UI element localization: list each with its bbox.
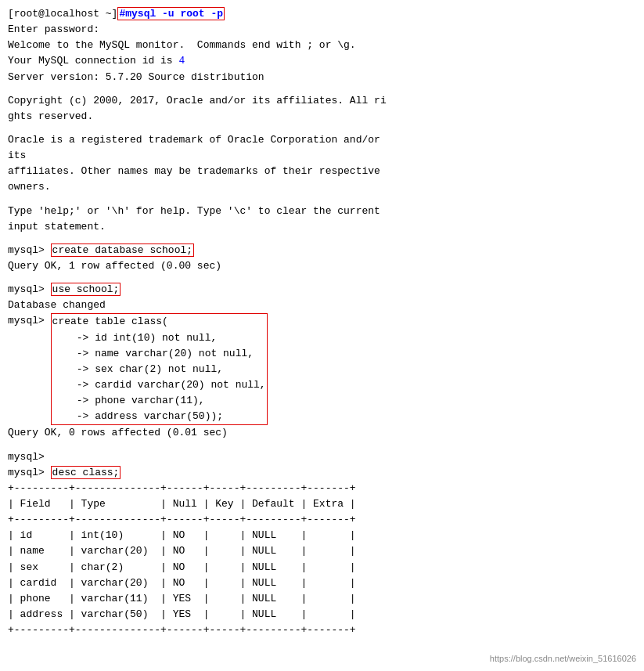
cmd3-box: create table class( -> id int(10) not nu… bbox=[51, 313, 268, 425]
copyright-line1: Copyright (c) 2000, 2017, Oracle and/or … bbox=[8, 93, 636, 109]
help-line2: input statement. bbox=[8, 219, 636, 235]
mysql-login-cmd: #mysql -u root -p bbox=[117, 7, 225, 20]
cmd2-result: Database changed bbox=[8, 298, 636, 313]
cmd5-box: desc class; bbox=[51, 466, 121, 479]
server-version-line: Server version: 5.7.20 Source distributi… bbox=[8, 70, 636, 85]
cmd3-result: Query OK, 0 rows affected (0.01 sec) bbox=[8, 425, 636, 441]
empty-prompt: mysql> bbox=[8, 449, 636, 465]
cmd1-line: mysql> create database school; bbox=[8, 243, 636, 258]
table-row-address: | address | varchar(50) | YES | | NULL |… bbox=[8, 607, 636, 622]
table-row-name: | name | varchar(20) | NO | | NULL | | bbox=[8, 543, 636, 559]
root-prompt-line: [root@localhost ~]#mysql -u root -p bbox=[8, 6, 636, 22]
table-row-phone: | phone | varchar(11) | YES | | NULL | | bbox=[8, 591, 636, 607]
cmd1-result: Query OK, 1 row affected (0.00 sec) bbox=[8, 258, 636, 274]
oracle-tm-line4: owners. bbox=[8, 179, 636, 195]
table-border-bottom: +---------+--------------+------+-----+-… bbox=[8, 622, 636, 638]
oracle-tm-line2: its bbox=[8, 148, 636, 164]
cmd3-block: mysql> create table class( -> id int(10)… bbox=[8, 313, 636, 425]
copyright-line2: ghts reserved. bbox=[8, 109, 636, 124]
oracle-tm-line1: Oracle is a registered trademark of Orac… bbox=[8, 132, 636, 148]
table-row-id: | id | int(10) | NO | | NULL | | bbox=[8, 528, 636, 543]
cmd5-line: mysql> desc class; bbox=[8, 465, 636, 481]
cmd3-line1: mysql> create table class( -> id int(10)… bbox=[8, 313, 636, 425]
oracle-tm-line3: affiliates. Other names may be trademark… bbox=[8, 164, 636, 179]
table-header: | Field | Type | Null | Key | Default | … bbox=[8, 496, 636, 512]
terminal-window: [root@localhost ~]#mysql -u root -p Ente… bbox=[8, 6, 636, 638]
table-border-mid: +---------+--------------+------+-----+-… bbox=[8, 512, 636, 528]
cmd2-box: use school; bbox=[51, 283, 121, 296]
table-border-top: +---------+--------------+------+-----+-… bbox=[8, 481, 636, 496]
table-row-cardid: | cardid | varchar(20) | NO | | NULL | | bbox=[8, 575, 636, 591]
connection-id-line: Your MySQL connection id is 4 bbox=[8, 53, 636, 69]
welcome-line: Welcome to the MySQL monitor. Commands e… bbox=[8, 38, 636, 53]
help-line1: Type 'help;' or '\h' for help. Type '\c'… bbox=[8, 204, 636, 219]
enter-password: Enter password: bbox=[8, 22, 636, 38]
table-row-sex: | sex | char(2) | NO | | NULL | | bbox=[8, 560, 636, 575]
watermark: https://blog.csdn.net/weixin_51616026 bbox=[490, 654, 636, 663]
root-prompt: [root@localhost ~] bbox=[8, 8, 117, 20]
cmd2-line: mysql> use school; bbox=[8, 282, 636, 298]
cmd1-box: create database school; bbox=[51, 244, 194, 257]
